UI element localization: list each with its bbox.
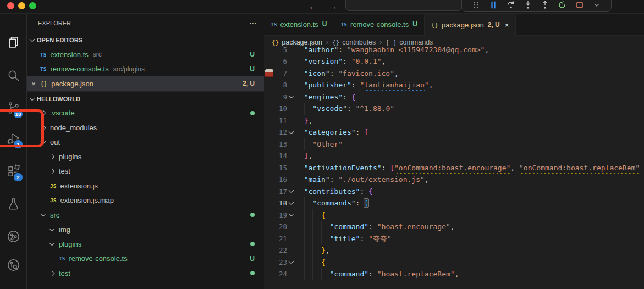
fold-chevron-icon[interactable] (287, 96, 295, 98)
step-out-icon[interactable] (540, 0, 550, 9)
tree-folder-node_modules[interactable]: node_modules (27, 120, 264, 135)
code-line-8[interactable]: 8 "publisher": "lantianhaijiao", (264, 79, 644, 91)
editor-area: TSextension.tsUTSremove-console.tsU{}pac… (264, 13, 644, 289)
code-line-15[interactable]: 15 "activationEvents": ["onCommand:boast… (264, 162, 644, 174)
indent-guide (304, 244, 305, 257)
step-over-icon[interactable] (506, 0, 516, 9)
tree-file-extension.js.map[interactable]: JSextension.js.map (27, 193, 264, 208)
code-line-11[interactable]: 11 }, (264, 115, 644, 127)
line-content: "icon": "favicon.ico", (295, 68, 644, 80)
line-number: 16 (274, 175, 287, 184)
open-editor-item[interactable]: TSextension.tssrcU (27, 47, 264, 62)
tree-folder-plugins[interactable]: plugins (27, 149, 264, 164)
tab-label: remove-console.ts (350, 20, 409, 29)
tree-item-label: .vscode (50, 109, 75, 117)
run-debug-icon[interactable]: 1 (2, 127, 24, 149)
close-tab-icon[interactable]: × (505, 21, 509, 29)
chevron-right-icon (49, 270, 55, 276)
restart-icon[interactable] (557, 0, 567, 9)
fold-chevron-icon[interactable] (287, 190, 295, 192)
tree-folder-test[interactable]: test (27, 164, 264, 179)
tab-label: package.json (442, 21, 484, 29)
indent-guide (312, 268, 313, 280)
fold-chevron-icon[interactable] (287, 131, 295, 134)
close-editor-icon[interactable]: × (27, 80, 40, 88)
line-number: 7 (274, 69, 287, 77)
code-line-13[interactable]: 13 "Other" (264, 138, 644, 151)
code-line-7[interactable]: 7 "icon": "favicon.ico", (264, 68, 644, 80)
commit-search-icon[interactable] (2, 254, 24, 276)
fold-chevron-icon[interactable] (287, 214, 295, 216)
open-editor-item[interactable]: ×{}package.json2, U (27, 76, 264, 91)
command-center-searchbox[interactable] (345, 0, 462, 11)
code-line-17[interactable]: 17 "contributes": { (264, 186, 644, 198)
code-line-5[interactable]: 5 "author": "wanghaobin <1159472304@qq.c… (264, 44, 644, 56)
stop-icon[interactable] (575, 0, 585, 9)
open-editor-item[interactable]: TSremove-console.tssrc/pluginsU (27, 62, 264, 77)
line-number: 5 (274, 46, 287, 54)
nav-back-icon[interactable]: ← (309, 1, 317, 13)
files-icon[interactable] (2, 31, 24, 53)
fold-chevron-icon[interactable] (287, 261, 295, 263)
tree-folder-out[interactable]: out (27, 135, 264, 150)
js-file-icon: JS (50, 183, 56, 189)
chevron-right-icon (49, 169, 55, 174)
code-line-14[interactable]: 14 ], (264, 150, 644, 162)
search-icon[interactable] (2, 64, 24, 86)
json-file-icon: {} (431, 21, 438, 29)
tree-folder-src[interactable]: src (27, 208, 264, 223)
pause-icon[interactable] (488, 0, 498, 9)
nav-forward-icon[interactable]: → (328, 1, 337, 13)
code-line-16[interactable]: 16 "main": "./out/extension.js", (264, 174, 644, 186)
workspace-folder-header[interactable]: HELLOWORLD (27, 91, 264, 106)
chevron-down-icon (41, 212, 46, 217)
commit-graph-icon[interactable] (2, 225, 24, 247)
minimize-window-button[interactable] (18, 2, 25, 9)
indent-guide (304, 221, 305, 233)
open-editors-header[interactable]: OPEN EDITORS (27, 33, 264, 47)
tree-file-remove-console.ts[interactable]: TSremove-console.tsU (27, 252, 264, 266)
code-line-20[interactable]: 20 "command": "boast.encourage", (264, 221, 644, 233)
tab-extension.ts[interactable]: TSextension.tsU (264, 13, 334, 35)
code-line-6[interactable]: 6 "version": "0.0.1", (264, 55, 644, 68)
chevron-down-icon (41, 138, 46, 144)
tree-folder-plugins[interactable]: plugins (27, 237, 264, 252)
close-window-button[interactable] (7, 2, 14, 9)
line-number: 6 (274, 57, 287, 65)
line-content: "Other" (295, 138, 644, 151)
chevron-right-icon (41, 110, 46, 116)
code-line-9[interactable]: 9 "engines": { (264, 91, 644, 103)
code-line-12[interactable]: 12 "categories": [ (264, 126, 644, 138)
indent-guide (304, 268, 305, 280)
beaker-icon[interactable] (2, 193, 24, 215)
code-line-18[interactable]: 18 "commands": [ (264, 197, 644, 209)
tab-remove-console.ts[interactable]: TSremove-console.tsU (334, 13, 425, 35)
code-line-22[interactable]: 22 }, (264, 244, 644, 257)
tree-folder-.vscode[interactable]: .vscode (27, 106, 264, 121)
step-into-icon[interactable] (523, 0, 533, 9)
source-control-icon[interactable]: 18 (2, 97, 24, 119)
fold-chevron-icon[interactable] (287, 202, 295, 204)
debug-toolbar (461, 0, 612, 12)
gutter-image-preview (264, 69, 274, 77)
tab-package.json[interactable]: {}package.json2, U× (425, 13, 516, 36)
tree-file-extension.js[interactable]: JSextension.js (27, 179, 264, 193)
tab-label: extension.ts (280, 20, 318, 29)
code-line-24[interactable]: 24 "command": "boast.replaceRem", (264, 268, 644, 280)
extensions-icon[interactable]: 2 (2, 160, 24, 182)
tree-folder-test[interactable]: test (27, 266, 264, 281)
line-number: 23 (274, 258, 287, 266)
chevron-down-icon[interactable] (592, 0, 602, 9)
tree-folder-img[interactable]: img (27, 223, 264, 237)
code-line-19[interactable]: 19 { (264, 209, 644, 221)
code-line-23[interactable]: 23 { (264, 257, 644, 269)
line-content: "vscode": "^1.88.0" (295, 103, 644, 115)
maximize-window-button[interactable] (29, 2, 36, 9)
views-more-actions-icon[interactable]: ⋯ (249, 19, 257, 27)
editor-detail: src (93, 51, 102, 58)
tree-check-icon[interactable] (2, 287, 24, 289)
line-content: "command": "boast.encourage", (295, 221, 644, 233)
code-line-10[interactable]: 10 "vscode": "^1.88.0" (264, 103, 644, 115)
code-line-21[interactable]: 21 "title": "夸夸" (264, 233, 644, 245)
ts-file-icon: TS (40, 52, 46, 58)
